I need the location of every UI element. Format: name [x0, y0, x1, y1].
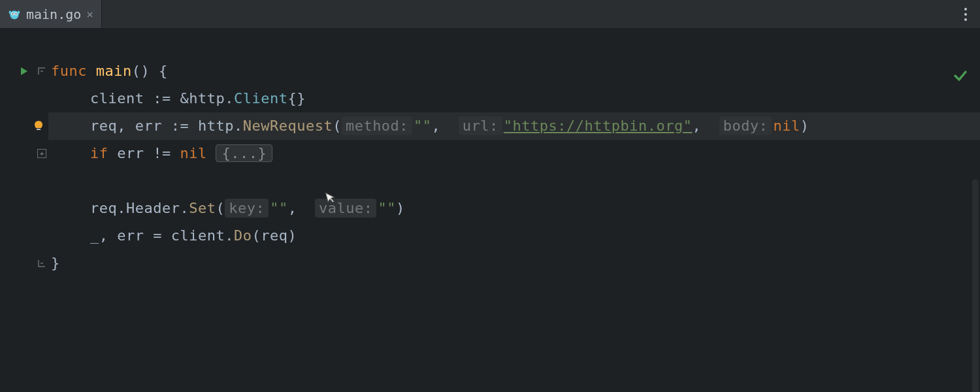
param-hint: method: [342, 116, 412, 135]
code-line[interactable]: client := &http.Client{} [48, 85, 980, 112]
editor[interactable]: + func main() { client := &http.Client{}… [0, 29, 980, 392]
param-hint: url: [459, 116, 502, 135]
code-line[interactable] [48, 167, 980, 195]
code-line[interactable]: if err != nil {...} [48, 140, 980, 167]
analysis-ok-icon[interactable] [953, 68, 968, 88]
fold-collapse-end-icon[interactable] [37, 250, 47, 277]
scrollbar[interactable] [972, 179, 979, 392]
svg-point-0 [10, 10, 18, 19]
code-line[interactable]: } [48, 250, 980, 277]
tab-label: main.go [26, 7, 81, 22]
tab-bar: main.go × [0, 0, 980, 29]
svg-point-4 [16, 13, 17, 14]
param-hint: body: [719, 116, 772, 135]
fold-expand-icon[interactable]: + [37, 140, 47, 167]
more-actions-icon[interactable] [951, 0, 980, 28]
intention-bulb-icon[interactable] [0, 112, 48, 140]
code-line[interactable]: _, err = client.Do(req) [48, 222, 980, 250]
param-hint: value: [315, 199, 376, 218]
svg-point-5 [9, 10, 11, 14]
go-file-icon [8, 8, 21, 21]
code-line[interactable]: req.Header.Set(key:"", value:"") [48, 195, 980, 222]
svg-point-8 [964, 13, 967, 16]
file-tab-main[interactable]: main.go × [0, 0, 102, 28]
svg-point-7 [964, 8, 967, 10]
code-area[interactable]: func main() { client := &http.Client{} r… [48, 29, 980, 392]
param-hint: key: [225, 199, 269, 218]
close-tab-icon[interactable]: × [86, 7, 93, 21]
url-link[interactable]: "https://httpbin.org" [504, 118, 693, 134]
svg-point-6 [18, 10, 20, 14]
svg-marker-10 [21, 67, 27, 75]
code-line-highlighted[interactable]: req, err := http.NewRequest(method:"", u… [48, 112, 980, 140]
svg-point-3 [12, 13, 14, 14]
gutter: + [0, 29, 48, 392]
svg-rect-12 [37, 129, 41, 130]
svg-point-9 [964, 18, 967, 21]
folded-block[interactable]: {...} [216, 144, 272, 162]
fold-collapse-icon[interactable] [37, 57, 47, 85]
code-line[interactable]: func main() { [48, 57, 980, 85]
